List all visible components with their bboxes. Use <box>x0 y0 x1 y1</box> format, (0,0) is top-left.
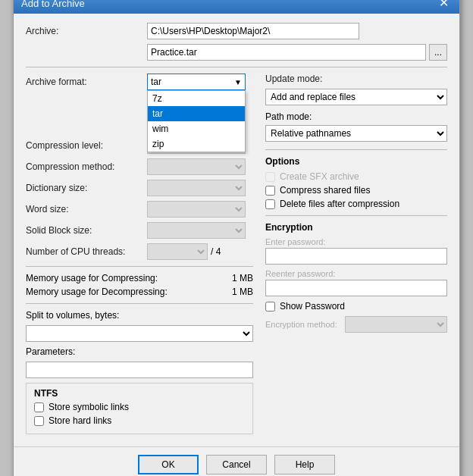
format-select-container: tar ▼ 7z tar wim zip <box>147 74 246 90</box>
split-input-row <box>26 325 253 342</box>
hard-links-row: Store hard links <box>34 415 245 426</box>
show-pw-checkbox[interactable] <box>265 302 275 312</box>
format-option-zip[interactable]: zip <box>148 136 245 152</box>
method-label: Compression method: <box>26 161 147 172</box>
mem-decompress-val: 1 MB <box>232 287 253 297</box>
path-label: Path mode: <box>265 111 312 122</box>
format-label: Archive format: <box>26 77 147 87</box>
path-select-row: Relative pathnames <box>265 125 447 142</box>
sfx-checkbox[interactable] <box>265 172 275 182</box>
enter-pw-input[interactable] <box>265 248 447 265</box>
enter-pw-label: Enter password: <box>265 237 447 246</box>
compress-shared-row: Compress shared files <box>265 185 447 196</box>
hard-links-label: Store hard links <box>49 415 111 426</box>
dict-row: Dictionary size: <box>26 180 253 196</box>
format-selected-value: tar <box>151 77 234 87</box>
split-label: Split to volumes, bytes: <box>26 310 119 321</box>
reenter-pw-input[interactable] <box>265 280 447 296</box>
show-pw-row: Show Password <box>265 301 447 312</box>
ok-button[interactable]: OK <box>138 455 199 474</box>
solid-row: Solid Block size: <box>26 222 253 239</box>
compress-shared-label: Compress shared files <box>280 185 370 196</box>
method-row: Compression method: <box>26 158 253 175</box>
title-bar: Add to Archive ✕ <box>14 0 459 14</box>
params-label: Parameters: <box>26 346 75 357</box>
dict-select[interactable] <box>147 180 246 196</box>
params-label-row: Parameters: <box>26 346 253 357</box>
main-columns: Archive format: tar ▼ 7z tar wim zip <box>26 74 447 434</box>
split-label-row: Split to volumes, bytes: <box>26 310 253 321</box>
update-select[interactable]: Add and replace files <box>265 89 447 105</box>
cpu-max: / 4 <box>211 246 221 257</box>
enc-method-select[interactable] <box>345 316 447 333</box>
cpu-select[interactable] <box>147 243 208 260</box>
update-label: Update mode: <box>265 74 334 84</box>
format-row: Archive format: tar ▼ 7z tar wim zip <box>26 74 253 90</box>
cancel-button[interactable]: Cancel <box>206 455 267 474</box>
enc-method-row: Encryption method: <box>265 316 447 333</box>
method-select[interactable] <box>147 158 246 175</box>
archive-path-input[interactable] <box>147 23 359 39</box>
format-option-wim[interactable]: wim <box>148 121 245 136</box>
close-button[interactable]: ✕ <box>436 0 452 9</box>
path-select[interactable]: Relative pathnames <box>265 125 447 142</box>
right-column: Update mode: Add and replace files Path … <box>265 74 447 434</box>
delete-after-row: Delete files after compression <box>265 199 447 209</box>
hard-links-checkbox[interactable] <box>34 416 44 426</box>
bottom-bar: OK Cancel Help <box>14 446 459 476</box>
ntfs-section: NTFS Store symbolic links Store hard lin… <box>26 383 253 434</box>
format-dropdown-arrow: ▼ <box>234 78 242 86</box>
solid-select[interactable] <box>147 222 246 239</box>
options-section: Options Create SFX archive Compress shar… <box>265 156 447 209</box>
word-label: Word size: <box>26 204 147 215</box>
mem-decompress-row: Memory usage for Decompressing: 1 MB <box>26 287 253 297</box>
help-button[interactable]: Help <box>274 455 335 474</box>
encryption-title: Encryption <box>265 222 447 233</box>
symbolic-links-label: Store symbolic links <box>49 402 129 412</box>
solid-label: Solid Block size: <box>26 225 147 236</box>
archive-row: Archive: <box>26 23 447 39</box>
reenter-pw-label: Reenter password: <box>265 269 447 278</box>
mem-compress-label: Memory usage for Compressing: <box>26 273 158 283</box>
compress-shared-checkbox[interactable] <box>265 186 275 196</box>
archive-name-input[interactable] <box>147 44 426 61</box>
browse-button[interactable]: ... <box>429 44 447 61</box>
symbolic-links-row: Store symbolic links <box>34 402 245 412</box>
delete-after-label: Delete files after compression <box>280 199 399 209</box>
archive-name-row: ... <box>147 44 447 61</box>
mem-compress-row: Memory usage for Compressing: 1 MB <box>26 273 253 283</box>
dialog-title: Add to Archive <box>21 0 85 9</box>
format-option-tar[interactable]: tar <box>148 106 245 121</box>
format-dropdown-open: 7z tar wim zip <box>147 90 246 152</box>
path-row: Path mode: <box>265 111 447 122</box>
word-select[interactable] <box>147 201 246 218</box>
update-select-row: Add and replace files <box>265 89 447 105</box>
update-row: Update mode: <box>265 74 447 84</box>
mem-decompress-label: Memory usage for Decompressing: <box>26 287 168 297</box>
show-pw-label: Show Password <box>280 301 345 312</box>
symbolic-links-checkbox[interactable] <box>34 402 44 412</box>
left-column: Archive format: tar ▼ 7z tar wim zip <box>26 74 253 434</box>
format-select[interactable]: tar ▼ <box>147 74 246 90</box>
params-input-row <box>26 362 253 378</box>
dialog-body: Archive: ... Archive format: tar ▼ <box>14 14 459 442</box>
word-row: Word size: <box>26 201 253 218</box>
enc-method-label: Encryption method: <box>265 320 345 329</box>
sfx-label: Create SFX archive <box>280 171 359 182</box>
split-select[interactable] <box>26 325 253 342</box>
sfx-row: Create SFX archive <box>265 171 447 182</box>
compression-label: Compression level: <box>26 140 147 151</box>
params-input[interactable] <box>26 362 253 378</box>
cpu-row: Number of CPU threads: / 4 <box>26 243 253 260</box>
options-title: Options <box>265 156 447 167</box>
encryption-section: Encryption Enter password: Reenter passw… <box>265 222 447 333</box>
format-option-7z[interactable]: 7z <box>148 91 245 106</box>
mem-compress-val: 1 MB <box>232 273 253 283</box>
ntfs-title: NTFS <box>34 388 245 399</box>
dialog: Add to Archive ✕ Archive: ... Archive fo… <box>13 0 460 476</box>
dict-label: Dictionary size: <box>26 183 147 193</box>
delete-after-checkbox[interactable] <box>265 199 275 209</box>
cpu-label: Number of CPU threads: <box>26 246 147 257</box>
archive-label: Archive: <box>26 26 147 36</box>
